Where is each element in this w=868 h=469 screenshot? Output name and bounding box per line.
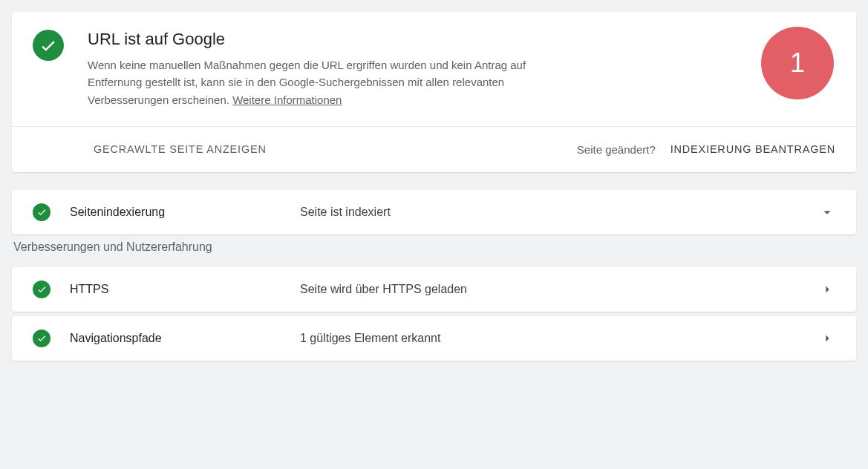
annotation-badge: 1 xyxy=(761,27,834,99)
https-row[interactable]: HTTPS Seite wird über HTTPS geladen xyxy=(12,267,856,312)
row-label: HTTPS xyxy=(70,283,300,296)
row-status: 1 gültiges Element erkannt xyxy=(300,332,819,345)
header-text: URL ist auf Google Wenn keine manuellen … xyxy=(88,30,563,108)
checkmark-circle-icon xyxy=(33,30,64,61)
card-footer: GECRAWLTE SEITE ANZEIGEN Seite geändert?… xyxy=(12,126,856,172)
checkmark-circle-icon xyxy=(33,281,50,298)
checkmark-circle-icon xyxy=(33,203,50,221)
indexing-row[interactable]: Seitenindexierung Seite ist indexiert xyxy=(12,190,856,234)
view-crawled-page-button[interactable]: GECRAWLTE SEITE ANZEIGEN xyxy=(94,143,267,155)
status-description: Wenn keine manuellen Maßnahmen gegen die… xyxy=(88,56,563,108)
chevron-down-icon xyxy=(819,204,835,220)
request-indexing-button[interactable]: INDEXIERUNG BEANTRAGEN xyxy=(670,143,835,155)
status-title: URL ist auf Google xyxy=(88,30,563,49)
section-heading: Verbesserungen und Nutzererfahrung xyxy=(13,240,856,254)
row-label: Seitenindexierung xyxy=(70,206,300,219)
learn-more-link[interactable]: Weitere Informationen xyxy=(232,94,342,106)
breadcrumbs-row[interactable]: Navigationspfade 1 gültiges Element erka… xyxy=(12,316,856,361)
row-label: Navigationspfade xyxy=(70,332,300,345)
chevron-right-icon xyxy=(819,281,835,298)
chevron-right-icon xyxy=(819,330,835,347)
page-changed-label: Seite geändert? xyxy=(577,143,656,156)
url-status-card: URL ist auf Google Wenn keine manuellen … xyxy=(12,12,856,172)
row-status: Seite wird über HTTPS geladen xyxy=(300,283,819,296)
checkmark-circle-icon xyxy=(33,329,50,347)
row-status: Seite ist indexiert xyxy=(300,206,819,219)
card-header: URL ist auf Google Wenn keine manuellen … xyxy=(12,12,856,126)
